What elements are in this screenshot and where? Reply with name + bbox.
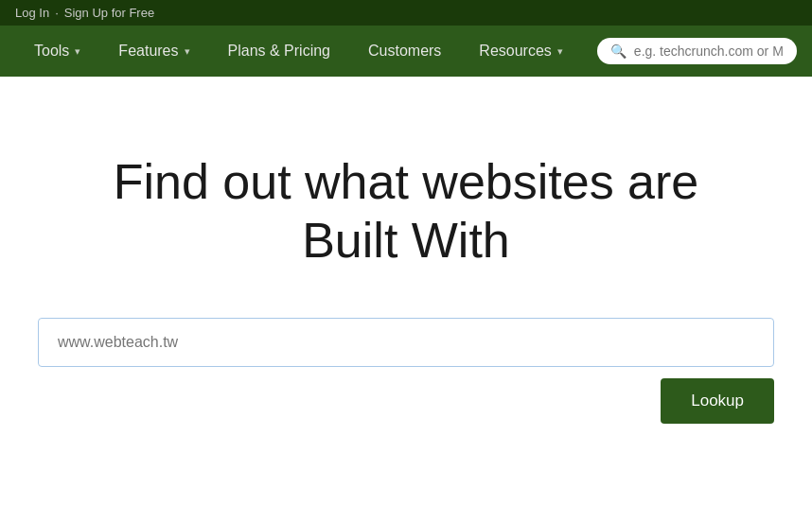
- nav-item-customers[interactable]: Customers: [349, 26, 460, 77]
- hero-search-input[interactable]: [38, 318, 774, 367]
- nav-plans-label: Plans & Pricing: [228, 43, 331, 60]
- top-bar: Log In · Sign Up for Free: [0, 0, 812, 26]
- chevron-down-icon: ▾: [557, 45, 563, 58]
- hero-section: Find out what websites are Built With Lo…: [0, 77, 812, 480]
- login-link[interactable]: Log In: [15, 6, 49, 20]
- nav-tools-label: Tools: [34, 43, 69, 60]
- nav-search-input[interactable]: [634, 44, 784, 59]
- nav-bar: Tools ▾ Features ▾ Plans & Pricing Custo…: [0, 26, 812, 77]
- nav-item-resources[interactable]: Resources ▾: [460, 26, 581, 77]
- nav-resources-label: Resources: [479, 43, 551, 60]
- search-icon: 🔍: [610, 44, 627, 59]
- separator: ·: [55, 6, 59, 20]
- hero-title: Find out what websites are Built With: [114, 152, 699, 270]
- nav-features-label: Features: [118, 43, 178, 60]
- lookup-button[interactable]: Lookup: [661, 378, 774, 424]
- chevron-down-icon: ▾: [185, 45, 190, 58]
- nav-customers-label: Customers: [368, 43, 441, 60]
- signup-link[interactable]: Sign Up for Free: [64, 6, 154, 20]
- nav-search-wrapper: 🔍: [597, 38, 797, 64]
- nav-item-tools[interactable]: Tools ▾: [15, 26, 99, 77]
- chevron-down-icon: ▾: [75, 45, 80, 58]
- nav-item-plans-pricing[interactable]: Plans & Pricing: [209, 26, 350, 77]
- nav-item-features[interactable]: Features ▾: [99, 26, 208, 77]
- nav-search-container: 🔍: [597, 38, 797, 64]
- hero-search-container: Lookup: [38, 318, 774, 424]
